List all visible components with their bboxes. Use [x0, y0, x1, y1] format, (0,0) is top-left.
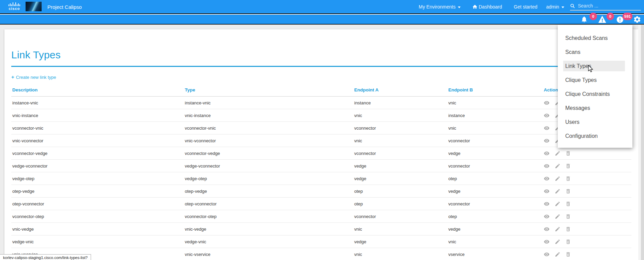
notifications-bell-button[interactable]	[581, 16, 588, 23]
view-button[interactable]	[544, 150, 550, 156]
delete-button[interactable]	[565, 175, 571, 181]
settings-menu-item-clique-types[interactable]: Clique Types	[558, 73, 632, 87]
mouse-cursor	[588, 65, 594, 73]
edit-button[interactable]	[555, 150, 560, 156]
cell-type: instance-vnic	[184, 97, 353, 109]
cell-type: vconnector-vnic	[184, 122, 353, 134]
cell-endpoint-b: vedge	[447, 185, 543, 198]
view-button[interactable]	[544, 226, 550, 232]
link-types-table: Description Type Endpoint A Endpoint B A…	[11, 85, 631, 260]
col-header-endpoint-b[interactable]: Endpoint B	[447, 85, 543, 97]
eye-icon	[544, 138, 550, 144]
cell-endpoint-b: vedge	[447, 147, 543, 160]
view-button[interactable]	[544, 125, 550, 131]
cell-actions	[543, 147, 631, 160]
title-divider	[11, 66, 631, 67]
view-button[interactable]	[544, 138, 550, 143]
pencil-icon	[555, 226, 560, 232]
table-row: vnic-vconnector vnic-vconnector vnic vco…	[11, 134, 631, 147]
settings-menu-item-scheduled-scans[interactable]: Scheduled Scans	[558, 31, 632, 45]
view-button[interactable]	[544, 251, 550, 257]
cell-endpoint-a: vnic	[353, 248, 447, 260]
view-button[interactable]	[544, 188, 550, 194]
edit-button[interactable]	[555, 251, 560, 257]
edit-button[interactable]	[555, 213, 560, 219]
app-title: Project Calipso	[47, 4, 82, 10]
cisco-logo: cisco	[6, 2, 23, 11]
edit-button[interactable]	[555, 201, 560, 206]
cell-endpoint-b: vconnector	[447, 198, 543, 210]
settings-gear-button[interactable]	[633, 15, 641, 24]
pencil-icon	[555, 239, 560, 245]
eye-icon	[544, 163, 550, 169]
delete-button[interactable]	[565, 163, 571, 169]
settings-menu-item-users[interactable]: Users	[558, 115, 632, 129]
cell-endpoint-b: otep	[447, 172, 543, 185]
cell-description: instance-vnic	[11, 97, 184, 109]
table-row: vedge-vconnector vedge-vconnector vedge …	[11, 160, 631, 172]
col-header-description[interactable]: Description	[11, 85, 184, 97]
cisco-logo-bars	[6, 2, 23, 6]
edit-button[interactable]	[555, 175, 560, 181]
errors-count-badge: 591	[623, 13, 632, 20]
delete-button[interactable]	[565, 188, 571, 194]
edit-button[interactable]	[555, 226, 560, 232]
delete-button[interactable]	[565, 226, 571, 232]
cell-type: vnic-vservice	[184, 248, 353, 260]
edit-button[interactable]	[555, 163, 560, 169]
table-row: vedge-otep vedge-otep vedge otep	[11, 172, 631, 185]
view-button[interactable]	[544, 201, 550, 206]
settings-menu-item-messages[interactable]: Messages	[558, 101, 632, 115]
page-title: Link Types	[11, 49, 631, 61]
col-header-endpoint-a[interactable]: Endpoint A	[353, 85, 447, 97]
nav-get-started[interactable]: Get started	[514, 4, 537, 10]
eye-icon	[544, 214, 550, 219]
table-row: vconnector-vedge vconnector-vedge vconne…	[11, 147, 631, 160]
cell-actions	[543, 210, 631, 223]
cisco-logo-text: cisco	[6, 7, 23, 11]
settings-menu-item-clique-constraints[interactable]: Clique Constraints	[558, 87, 632, 101]
delete-button[interactable]	[565, 239, 571, 244]
delete-button[interactable]	[565, 251, 571, 257]
cell-endpoint-a: otep	[353, 185, 447, 198]
eye-icon	[544, 176, 550, 182]
cell-actions	[543, 235, 631, 248]
search-input[interactable]	[578, 3, 636, 9]
delete-button[interactable]	[565, 213, 571, 219]
delete-button[interactable]	[565, 150, 571, 156]
scrollbar[interactable]	[638, 25, 644, 260]
view-button[interactable]	[544, 239, 550, 244]
cell-endpoint-a: instance	[353, 97, 447, 109]
view-button[interactable]	[544, 100, 550, 105]
alerts-bar	[0, 15, 644, 25]
settings-menu-item-configuration[interactable]: Configuration	[558, 129, 632, 143]
col-header-type[interactable]: Type	[184, 85, 353, 97]
notifications-count-badge: 0	[589, 13, 597, 20]
search-box[interactable]	[570, 2, 641, 11]
settings-menu-item-scans[interactable]: Scans	[558, 45, 632, 59]
view-button[interactable]	[544, 213, 550, 219]
cell-endpoint-a: vconnector	[353, 210, 447, 223]
warnings-button[interactable]	[598, 15, 606, 23]
cell-endpoint-b: instance	[447, 109, 543, 122]
nav-dashboard[interactable]: Dashboard	[472, 4, 502, 10]
nav-my-environments[interactable]: My Environments	[419, 4, 461, 10]
scrollbar-thumb[interactable]	[641, 25, 644, 260]
nav-user-menu[interactable]: admin	[546, 4, 564, 10]
view-button[interactable]	[544, 112, 550, 118]
delete-button[interactable]	[565, 201, 571, 206]
create-new-link-type-button[interactable]: +Create new link type	[11, 74, 56, 80]
cell-description: vnic-instance	[11, 109, 184, 122]
edit-button[interactable]	[555, 239, 560, 244]
cell-endpoint-b: vconnector	[447, 160, 543, 172]
cell-actions	[543, 172, 631, 185]
view-button[interactable]	[544, 175, 550, 181]
edit-button[interactable]	[555, 188, 560, 194]
cell-type: vedge-vnic	[184, 235, 353, 248]
cell-actions	[543, 223, 631, 235]
table-row: vnic-instance vnic-instance vnic instanc…	[11, 109, 631, 122]
cell-description: otep-vconnector	[11, 198, 184, 210]
view-button[interactable]	[544, 163, 550, 169]
cell-endpoint-a: vconnector	[353, 122, 447, 134]
settings-menu-item-link-types[interactable]: Link Types	[558, 59, 632, 73]
